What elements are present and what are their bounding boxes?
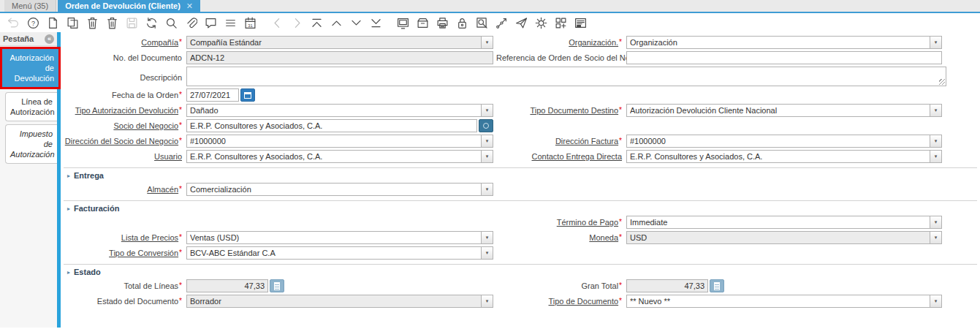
estado-documento-input[interactable] bbox=[186, 295, 482, 308]
delete-selection-icon[interactable] bbox=[102, 15, 122, 31]
chevron-down-icon[interactable]: ▾ bbox=[930, 216, 942, 229]
tab-orden-devolucion[interactable]: Orden de Devolución (Cliente) ✕ bbox=[58, 0, 200, 12]
chevron-down-icon[interactable]: ▾ bbox=[481, 183, 493, 196]
fecha-orden-input[interactable] bbox=[186, 88, 239, 102]
chevron-down-icon[interactable]: ▾ bbox=[481, 104, 493, 117]
sidebar-tab-linea-autorizacion[interactable]: Línea de Autorización bbox=[5, 92, 57, 121]
zoom-across-icon[interactable] bbox=[551, 15, 571, 31]
usuario-input[interactable] bbox=[186, 150, 482, 163]
process-icon[interactable] bbox=[531, 15, 551, 31]
tipo-conversion-input[interactable] bbox=[186, 246, 482, 260]
find-icon[interactable] bbox=[162, 15, 181, 31]
last-record-icon[interactable] bbox=[366, 15, 386, 31]
sidebar-tab-label: Impuesto de Autorización bbox=[10, 129, 55, 159]
lista-precios-select[interactable]: ▾ bbox=[186, 231, 493, 244]
tipo-documento-select[interactable]: ▾ bbox=[626, 295, 942, 308]
descripcion-textarea[interactable] bbox=[186, 67, 946, 86]
socio-negocio-input[interactable] bbox=[186, 119, 477, 132]
request-icon[interactable] bbox=[512, 15, 531, 31]
sidebar-tab-impuesto-autorizacion[interactable]: Impuesto de Autorización bbox=[5, 124, 57, 164]
tipo-doc-destino-input[interactable] bbox=[626, 104, 930, 117]
calendar-icon[interactable]: 31 bbox=[240, 15, 260, 31]
chevron-down-icon[interactable]: ▾ bbox=[481, 295, 493, 308]
report-icon[interactable] bbox=[393, 15, 413, 31]
referencia-input[interactable] bbox=[626, 51, 942, 64]
calculator-icon[interactable] bbox=[270, 279, 284, 292]
estado-documento-select[interactable]: ▾ bbox=[186, 295, 493, 308]
organizacion-input[interactable] bbox=[626, 36, 930, 49]
chevron-down-icon[interactable]: ▾ bbox=[930, 231, 942, 244]
chevron-down-icon[interactable]: ▾ bbox=[930, 104, 942, 117]
chat-icon[interactable] bbox=[201, 15, 221, 31]
required-mark: * bbox=[179, 281, 182, 290]
almacen-select[interactable]: ▾ bbox=[186, 183, 493, 196]
collapse-sidebar-icon[interactable]: « bbox=[45, 34, 54, 44]
chevron-down-icon[interactable]: ▾ bbox=[481, 150, 493, 163]
direccion-socio-input[interactable] bbox=[186, 135, 482, 148]
grid-toggle-icon[interactable] bbox=[221, 15, 240, 31]
previous-record-icon[interactable] bbox=[267, 15, 287, 31]
close-icon[interactable]: ✕ bbox=[186, 1, 193, 11]
gran-total-input[interactable] bbox=[626, 279, 708, 292]
moneda-input[interactable] bbox=[626, 231, 930, 244]
detail-record-icon[interactable] bbox=[346, 15, 366, 31]
termino-pago-select[interactable]: ▾ bbox=[626, 216, 942, 229]
tipo-documento-input[interactable] bbox=[626, 295, 930, 308]
chevron-down-icon[interactable]: ▾ bbox=[481, 231, 493, 244]
save-icon[interactable] bbox=[122, 15, 142, 31]
delete-record-icon[interactable] bbox=[83, 15, 102, 31]
workflow-icon[interactable] bbox=[492, 15, 512, 31]
calculator-icon[interactable] bbox=[710, 279, 724, 292]
tipo-conversion-select[interactable]: ▾ bbox=[186, 246, 493, 260]
lock-icon[interactable] bbox=[452, 15, 472, 31]
compania-select[interactable]: ▾ bbox=[186, 36, 493, 49]
archive-icon[interactable] bbox=[413, 15, 433, 31]
tipo-doc-destino-select[interactable]: ▾ bbox=[626, 104, 942, 117]
tipo-autorizacion-select[interactable]: ▾ bbox=[186, 104, 493, 117]
chevron-down-icon[interactable]: ▾ bbox=[481, 135, 493, 148]
chevron-down-icon[interactable]: ▾ bbox=[481, 36, 493, 49]
resize-handle[interactable] bbox=[939, 79, 945, 85]
print-preview-icon[interactable] bbox=[472, 15, 492, 31]
moneda-select[interactable]: ▾ bbox=[626, 231, 942, 244]
first-record-icon[interactable] bbox=[307, 15, 327, 31]
contacto-entrega-input[interactable] bbox=[626, 150, 930, 163]
compania-input[interactable] bbox=[186, 36, 482, 49]
contacto-entrega-select[interactable]: ▾ bbox=[626, 150, 942, 163]
next-record-icon[interactable] bbox=[287, 15, 307, 31]
attachment-icon[interactable] bbox=[181, 15, 201, 31]
calendar-picker-icon[interactable] bbox=[240, 88, 255, 102]
section-collapse-icon[interactable]: ▸ bbox=[67, 173, 70, 179]
print-icon[interactable] bbox=[433, 15, 452, 31]
sidebar-tab-autorizacion-devolucion[interactable]: Autorización de Devolución bbox=[2, 49, 58, 87]
undo-icon[interactable] bbox=[4, 15, 23, 31]
chevron-down-icon[interactable]: ▾ bbox=[930, 295, 942, 308]
copy-record-icon[interactable] bbox=[63, 15, 83, 31]
tipo-autorizacion-label: Tipo Autorización Devolución bbox=[75, 106, 178, 115]
business-partner-info-icon[interactable] bbox=[479, 119, 493, 132]
total-lineas-input[interactable] bbox=[186, 279, 268, 292]
section-collapse-icon[interactable]: ▸ bbox=[67, 205, 70, 212]
chevron-down-icon[interactable]: ▾ bbox=[930, 135, 942, 148]
chevron-down-icon[interactable]: ▾ bbox=[930, 36, 942, 49]
new-record-icon[interactable] bbox=[43, 15, 63, 31]
tab-menu[interactable]: Menú (35) bbox=[4, 0, 56, 12]
organizacion-select[interactable]: ▾ bbox=[626, 36, 942, 49]
requery-icon[interactable] bbox=[142, 15, 162, 31]
usuario-select[interactable]: ▾ bbox=[186, 150, 493, 163]
direccion-factura-input[interactable] bbox=[626, 135, 930, 148]
tipo-documento-label: Tipo de Documento bbox=[549, 297, 619, 306]
direccion-socio-select[interactable]: ▾ bbox=[186, 135, 493, 148]
parent-record-icon[interactable] bbox=[327, 15, 346, 31]
almacen-input[interactable] bbox=[186, 183, 482, 196]
chevron-down-icon[interactable]: ▾ bbox=[481, 246, 493, 260]
tipo-autorizacion-input[interactable] bbox=[186, 104, 482, 117]
help-window-icon[interactable] bbox=[571, 15, 590, 31]
section-collapse-icon[interactable]: ▸ bbox=[67, 269, 70, 276]
no-documento-input[interactable] bbox=[186, 51, 493, 64]
lista-precios-input[interactable] bbox=[186, 231, 482, 244]
direccion-factura-select[interactable]: ▾ bbox=[626, 135, 942, 148]
termino-pago-input[interactable] bbox=[626, 216, 930, 229]
help-icon[interactable]: ? bbox=[23, 15, 43, 31]
chevron-down-icon[interactable]: ▾ bbox=[930, 150, 942, 163]
